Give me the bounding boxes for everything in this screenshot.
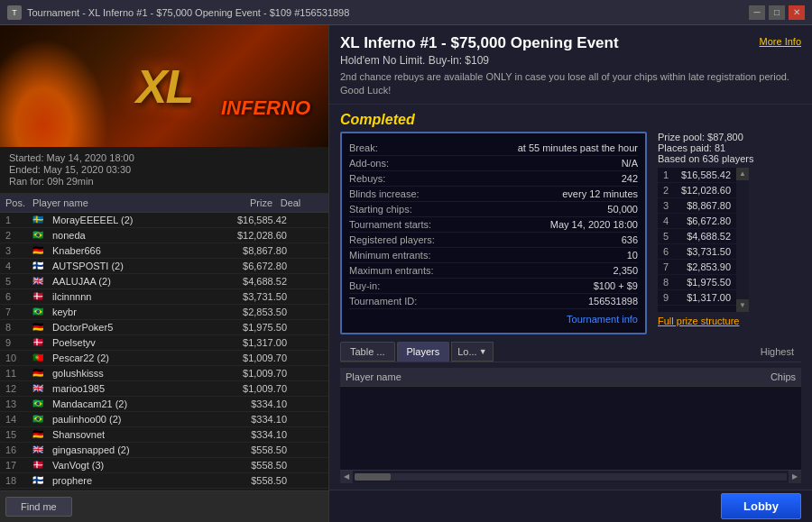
h-scroll-thumb[interactable] xyxy=(355,473,391,481)
player-pos: 3 xyxy=(5,245,32,256)
info-value: $100 + $9 xyxy=(594,280,638,291)
list-item: Tournament starts:May 14, 2020 18:00 xyxy=(349,217,638,233)
banner-xl-text: XL xyxy=(136,60,192,114)
player-flag: 🇩🇪 xyxy=(32,429,49,440)
table-row[interactable]: 13 🇧🇷 Mandacam21 (2) $334.10 xyxy=(0,397,328,412)
player-pos: 6 xyxy=(5,291,32,302)
table-row[interactable]: 5 🇬🇧 AALUJAA (2) $4,688.52 xyxy=(0,274,328,289)
table-row[interactable]: 4 🇫🇮 AUTSPOSTI (2) $6,672.80 xyxy=(0,259,328,274)
table-row[interactable]: 10 🇵🇹 Pescar22 (2) $1,009.70 xyxy=(0,351,328,366)
left-panel: XL INFERNO Started: May 14, 2020 18:00 E… xyxy=(0,25,329,522)
table-row[interactable]: 17 🇩🇰 VanVogt (3) $558.50 xyxy=(0,458,328,473)
player-name: paulinhoo00 (2) xyxy=(52,414,215,425)
player-table-header: Pos. Player name Prize Deal xyxy=(0,194,328,213)
list-item: 5$4,688.52 xyxy=(658,229,736,244)
list-item: Minimum entrants:10 xyxy=(349,248,638,263)
table-row[interactable]: 18 🇫🇮 prophere $558.50 xyxy=(0,473,328,489)
close-button[interactable]: ✕ xyxy=(789,5,805,20)
player-prize: $558.50 xyxy=(215,444,287,455)
right-panel: XL Inferno #1 - $75,000 Opening Event Ho… xyxy=(329,25,812,522)
tournament-info-box: Break:at 55 minutes past the hourAdd-ons… xyxy=(340,132,647,334)
info-value: N/A xyxy=(622,158,638,169)
info-label: Tournament starts: xyxy=(349,219,431,230)
highest-label: Highest xyxy=(753,343,801,361)
table-row[interactable]: 11 🇩🇪 golushkisss $1,009.70 xyxy=(0,366,328,381)
player-flag: 🇩🇰 xyxy=(32,460,49,471)
ran-for: Ran for: 09h 29min xyxy=(9,176,319,187)
table-row[interactable]: 9 🇩🇰 Poelsetyv $1,317.00 xyxy=(0,335,328,351)
prize-amount: $1,317.00 xyxy=(687,292,731,303)
info-label: Minimum entrants: xyxy=(349,250,430,261)
player-flag: 🇩🇪 xyxy=(32,245,49,256)
list-item: 1$16,585.42 xyxy=(658,168,736,183)
info-value: every 12 minutes xyxy=(562,188,638,199)
tab-players[interactable]: Players xyxy=(397,342,450,362)
table-row[interactable]: 8 🇩🇪 DoctorPoker5 $1,975.50 xyxy=(0,320,328,335)
player-name: AUTSPOSTI (2) xyxy=(52,261,215,271)
player-flag: 🇧🇷 xyxy=(32,307,49,317)
list-item: Maximum entrants:2,350 xyxy=(349,263,638,279)
scroll-up-arrow[interactable]: ▲ xyxy=(736,168,749,180)
maximize-button[interactable]: □ xyxy=(769,5,785,20)
table-row[interactable]: 2 🇧🇷 noneda $12,028.60 xyxy=(0,228,328,243)
info-value: 50,000 xyxy=(607,204,638,215)
h-scroll-right[interactable]: ▶ xyxy=(789,471,801,483)
pt-name-header: Player name xyxy=(346,371,724,382)
player-prize: $1,009.70 xyxy=(215,353,287,363)
tournament-info-detail-link[interactable]: Tournament info xyxy=(567,314,638,325)
prize-rank: 8 xyxy=(663,277,681,288)
more-info-link[interactable]: More Info xyxy=(760,36,801,47)
tournament-subtitle: Hold'em No Limit. Buy-in: $109 xyxy=(340,54,801,67)
prize-amount: $2,853.90 xyxy=(687,261,731,272)
h-scroll-left[interactable]: ◀ xyxy=(340,471,353,483)
table-row[interactable]: 7 🇧🇷 keybr $2,853.50 xyxy=(0,305,328,320)
player-pos: 17 xyxy=(5,460,32,471)
player-pos: 9 xyxy=(5,337,32,348)
prize-amount: $8,867.80 xyxy=(687,200,731,211)
list-item: Break:at 55 minutes past the hour xyxy=(349,141,638,156)
prize-rank: 1 xyxy=(663,169,681,180)
info-value: 2,350 xyxy=(613,265,638,276)
player-name: AALUJAA (2) xyxy=(52,276,215,287)
table-row[interactable]: 1 🇸🇪 MorayEEEEEL (2) $16,585.42 xyxy=(0,213,328,228)
list-item: Blinds increase:every 12 minutes xyxy=(349,187,638,202)
prize-list[interactable]: 1$16,585.422$12,028.603$8,867.804$6,672.… xyxy=(658,168,736,312)
prize-pool-amount: Prize pool: $87,800 xyxy=(658,132,801,142)
deal-header: Deal xyxy=(272,197,309,208)
table-row[interactable]: 19 🇸🇪 Dr_Olle $482.90 xyxy=(0,489,328,490)
pt-chips-header: Chips xyxy=(724,371,796,382)
minimize-button[interactable]: ─ xyxy=(749,5,765,20)
table-row[interactable]: 12 🇬🇧 marioo1985 $1,009.70 xyxy=(0,381,328,397)
player-flag: 🇬🇧 xyxy=(32,383,49,394)
player-prize: $12,028.60 xyxy=(215,230,287,241)
players-table-body[interactable] xyxy=(340,387,801,470)
full-prize-link[interactable]: Full prize structure xyxy=(658,316,801,326)
places-paid: Places paid: 81 xyxy=(658,142,801,153)
tab-table[interactable]: Table ... xyxy=(340,342,395,362)
table-row[interactable]: 3 🇩🇪 Knaber666 $8,867.80 xyxy=(0,243,328,259)
table-row[interactable]: 6 🇩🇰 ilcinnnnn $3,731.50 xyxy=(0,289,328,305)
lobby-button[interactable]: Lobby xyxy=(721,493,801,519)
tab-lobby-dropdown[interactable]: Lo... ▼ xyxy=(451,342,493,362)
prize-rank: 5 xyxy=(663,231,681,242)
player-pos: 8 xyxy=(5,322,32,333)
table-row[interactable]: 14 🇧🇷 paulinhoo00 (2) $334.10 xyxy=(0,412,328,427)
player-pos: 14 xyxy=(5,414,32,425)
prize-amount: $16,585.42 xyxy=(681,169,731,180)
list-item: 6$3,731.50 xyxy=(658,244,736,260)
start-time: Started: May 14, 2020 18:00 xyxy=(9,152,319,163)
table-row[interactable]: 15 🇩🇪 Shansovnet $334.10 xyxy=(0,427,328,443)
player-flag: 🇩🇪 xyxy=(32,368,49,379)
tabs-bar: Table ... Players Lo... ▼ Highest xyxy=(340,342,801,362)
list-item: 9$1,317.00 xyxy=(658,290,736,306)
player-prize: $558.50 xyxy=(215,475,287,486)
player-pos: 12 xyxy=(5,383,32,394)
player-name: Knaber666 xyxy=(52,245,215,256)
table-row[interactable]: 16 🇬🇧 gingasnapped (2) $558.50 xyxy=(0,443,328,458)
player-list[interactable]: 1 🇸🇪 MorayEEEEEL (2) $16,585.42 2 🇧🇷 non… xyxy=(0,213,328,490)
player-prize: $1,975.50 xyxy=(215,322,287,333)
prize-rank: 9 xyxy=(663,292,681,303)
player-name: DoctorPoker5 xyxy=(52,322,215,333)
scroll-down-arrow[interactable]: ▼ xyxy=(736,299,749,312)
find-me-button[interactable]: Find me xyxy=(5,497,72,517)
